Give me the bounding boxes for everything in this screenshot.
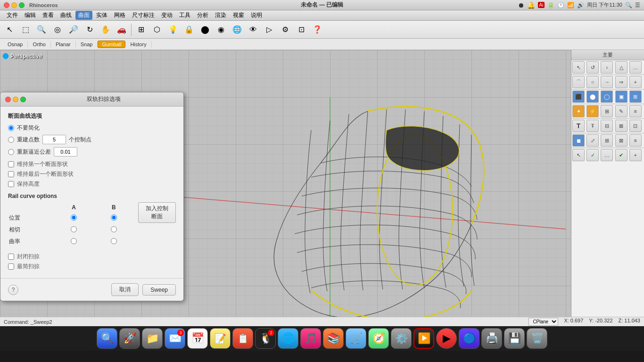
menu-solid[interactable]: 实体 bbox=[93, 11, 110, 20]
dock-printer[interactable]: 🖨️ bbox=[481, 328, 502, 349]
dialog-max-btn[interactable] bbox=[20, 97, 26, 102]
menu-viewport[interactable]: 视窗 bbox=[230, 11, 247, 20]
view-btn[interactable]: 👁 bbox=[246, 22, 261, 37]
gear-btn[interactable]: ⚙ bbox=[278, 22, 293, 37]
menu-dimension[interactable]: 尺寸标注 bbox=[129, 11, 157, 20]
menu-help[interactable]: 说明 bbox=[248, 11, 265, 20]
rp-cube2-btn[interactable]: ◼ bbox=[572, 134, 585, 147]
check2-box[interactable] bbox=[8, 171, 14, 177]
snap-btn[interactable]: Snap bbox=[76, 41, 98, 48]
rp-move-btn[interactable]: ⤢ bbox=[586, 134, 599, 147]
rp-rotate-btn[interactable]: ↺ bbox=[586, 61, 599, 74]
dock-tux[interactable]: 🐧 2 bbox=[255, 328, 276, 349]
option3-input[interactable] bbox=[54, 147, 77, 156]
option3-radio[interactable] bbox=[8, 149, 14, 155]
rp-cursor2-btn[interactable]: ↖ bbox=[572, 149, 585, 161]
option2-input[interactable] bbox=[42, 135, 66, 144]
rp-more3-btn[interactable]: ≡ bbox=[629, 105, 642, 117]
circle-btn[interactable]: ◉ bbox=[214, 22, 229, 37]
check5-box[interactable] bbox=[8, 263, 14, 270]
ortho-btn[interactable]: Ortho bbox=[28, 41, 51, 48]
grid2-btn[interactable]: ⊡ bbox=[294, 22, 309, 37]
dialog-close-btn[interactable] bbox=[5, 97, 11, 102]
rp-more-btn[interactable]: … bbox=[629, 61, 642, 74]
menu-mesh[interactable]: 网格 bbox=[111, 11, 128, 20]
mirror-btn[interactable]: ⬡ bbox=[149, 22, 165, 37]
menu-render[interactable]: 渲染 bbox=[212, 11, 229, 20]
check1-box[interactable] bbox=[8, 161, 14, 167]
menu-file[interactable]: 文件 bbox=[4, 11, 21, 20]
rp-grid-btn[interactable]: ⊞ bbox=[601, 105, 613, 117]
dock-finder[interactable]: 🔍 bbox=[97, 328, 117, 349]
check3-box[interactable] bbox=[8, 181, 14, 187]
zoom-selected-btn[interactable]: ◎ bbox=[50, 22, 65, 37]
check4-box[interactable] bbox=[8, 254, 14, 260]
minimize-window-btn[interactable] bbox=[11, 2, 17, 8]
cplane-select[interactable]: CPlane World bbox=[528, 318, 558, 326]
help-btn[interactable]: ? bbox=[8, 285, 18, 295]
dock-reminders[interactable]: 📋 bbox=[232, 328, 253, 349]
rp-arc-btn[interactable]: ⌒ bbox=[572, 76, 585, 88]
cancel-btn[interactable]: 取消 bbox=[111, 283, 139, 296]
rp-ellipsis-btn[interactable]: … bbox=[601, 149, 613, 161]
rp-solid2-btn[interactable]: ⊞ bbox=[629, 90, 642, 103]
rp-grid3-btn[interactable]: ⊠ bbox=[615, 120, 627, 132]
dock-folder1[interactable]: 📁 bbox=[142, 328, 163, 349]
rp-ring-btn[interactable]: ◯ bbox=[601, 90, 613, 103]
dock-books[interactable]: 📚 bbox=[323, 328, 344, 349]
search-icon[interactable]: 🔍 bbox=[625, 2, 632, 8]
rp-more2-btn[interactable]: + bbox=[629, 76, 642, 88]
gumball-btn[interactable]: Gumball bbox=[98, 41, 125, 48]
planar-btn[interactable]: Planar bbox=[51, 41, 76, 48]
rp-circle-btn[interactable]: ○ bbox=[586, 76, 599, 88]
rail2a-radio[interactable] bbox=[71, 226, 77, 232]
rp-more4-btn[interactable]: + bbox=[629, 149, 642, 161]
arrow-btn[interactable]: ▷ bbox=[262, 22, 277, 37]
rp-text-btn[interactable]: T bbox=[572, 120, 585, 132]
dock-mail[interactable]: ✉️ 3 bbox=[165, 328, 185, 349]
rp-grid6-btn[interactable]: ⊠ bbox=[615, 134, 627, 147]
dock-calendar[interactable]: 📅 bbox=[187, 328, 208, 349]
dock-safari[interactable]: 🧭 bbox=[368, 328, 389, 349]
dock-trash[interactable]: 🗑️ bbox=[527, 328, 547, 349]
pan-btn[interactable]: ✋ bbox=[98, 22, 113, 37]
dialog-min-btn[interactable] bbox=[13, 97, 18, 102]
menu-tools[interactable]: 工具 bbox=[176, 11, 193, 20]
option1-radio[interactable] bbox=[8, 125, 14, 131]
car-btn[interactable]: 🚗 bbox=[114, 22, 129, 37]
menu-surface[interactable]: 曲面 bbox=[75, 11, 92, 20]
close-window-btn[interactable] bbox=[4, 2, 9, 8]
rp-grid5-btn[interactable]: ⊞ bbox=[601, 134, 613, 147]
rp-check2-btn[interactable]: ✔ bbox=[615, 149, 627, 161]
dock-storage[interactable]: 💾 bbox=[504, 328, 525, 349]
rail3a-radio[interactable] bbox=[71, 238, 77, 244]
rp-star-btn[interactable]: ✦ bbox=[572, 105, 585, 117]
sweep-btn[interactable]: Sweep bbox=[142, 284, 176, 296]
rail2b-radio[interactable] bbox=[111, 226, 117, 232]
rp-solid-btn[interactable]: ▣ bbox=[615, 90, 627, 103]
menu-transform[interactable]: 变动 bbox=[158, 11, 175, 20]
adobe-icon[interactable]: Ai bbox=[538, 2, 545, 8]
rp-cube-btn[interactable]: ⬛ bbox=[572, 90, 585, 103]
menu-edit[interactable]: 编辑 bbox=[22, 11, 39, 20]
rp-sphere-btn[interactable]: ⬤ bbox=[586, 90, 599, 103]
select-tool-btn[interactable]: ↖ bbox=[2, 22, 17, 37]
record-icon[interactable]: ⏺ bbox=[518, 1, 524, 9]
rp-arrow-btn[interactable]: → bbox=[601, 76, 613, 88]
rp-chevron-btn[interactable]: › bbox=[601, 61, 613, 74]
rp-dotarrow-btn[interactable]: ⇒ bbox=[615, 76, 627, 88]
rp-check-btn[interactable]: ✓ bbox=[586, 149, 599, 161]
sphere-btn[interactable]: ⬤ bbox=[198, 22, 213, 37]
maximize-window-btn[interactable] bbox=[19, 2, 25, 8]
dock-settings[interactable]: ⚙️ bbox=[391, 328, 412, 349]
menu-curve[interactable]: 曲线 bbox=[58, 11, 74, 20]
osnap-btn[interactable]: Osnap bbox=[3, 41, 28, 48]
zoom-all-btn[interactable]: 🔍 bbox=[34, 22, 49, 37]
dock-appstore[interactable]: 🛒 bbox=[346, 328, 366, 349]
lock-btn[interactable]: 🔒 bbox=[182, 22, 197, 37]
dock-bluetooth[interactable]: 🔵 bbox=[459, 328, 479, 349]
notify-icon[interactable]: 🔔 bbox=[527, 1, 535, 9]
menu-analyze[interactable]: 分析 bbox=[194, 11, 211, 20]
dock-launchpad[interactable]: 🚀 bbox=[119, 328, 140, 349]
rotate-view-btn[interactable]: ↻ bbox=[82, 22, 97, 37]
